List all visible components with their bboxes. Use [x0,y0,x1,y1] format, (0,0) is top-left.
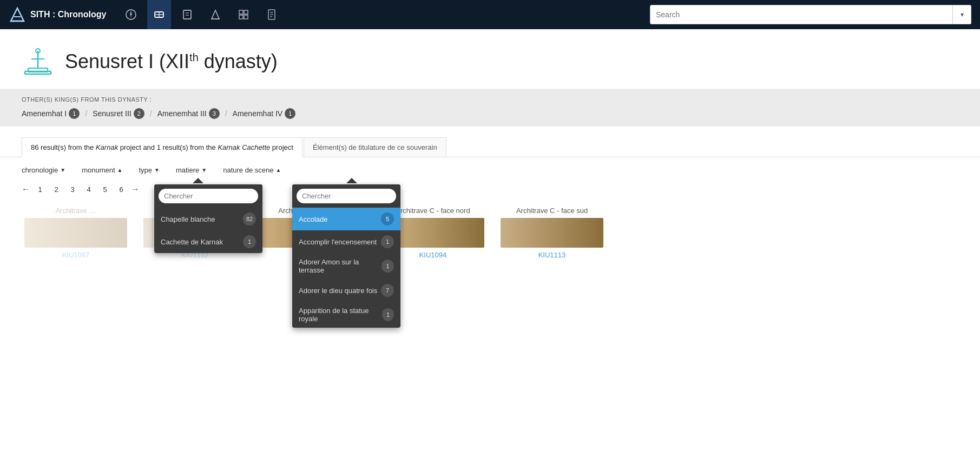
scene-item-adorer-amon[interactable]: Adorer Amon sur la terrasse 1 [292,253,400,279]
nav-compass-btn[interactable] [119,0,143,29]
page-5[interactable]: 5 [98,183,111,196]
type-item-chapelle-blanche[interactable]: Chapelle blanche 82 [154,208,262,230]
card-label: Architrave C - face nord [396,207,470,215]
filter-matiere[interactable]: matiere ▼ [176,164,207,176]
card-image [24,218,127,248]
type-item-label: Chapelle blanche [161,215,215,223]
king-badge: 1 [69,108,80,119]
results-tabs: 86 result(s) from the Karnak project and… [0,127,980,157]
nav-document-btn[interactable] [260,0,284,29]
scene-item-count: 1 [382,260,394,273]
page-6[interactable]: 6 [115,183,128,196]
filter-chronologie-label: chronologie [22,166,58,174]
type-item-label: Cachette de Karnak [161,238,223,246]
nav-monument-btn[interactable] [203,0,227,29]
svg-rect-15 [239,15,243,19]
type-item-cachette-de-karnak[interactable]: Cachette de Karnak 1 [154,230,262,253]
filter-monument-label: monument [82,166,115,174]
svg-rect-16 [244,15,248,19]
nav-grid-btn[interactable] [232,0,255,29]
logo-icon [9,6,26,23]
tab-main[interactable]: 86 result(s) from the Karnak project and… [22,137,302,157]
type-dropdown-arrow [193,178,203,183]
page-1[interactable]: 1 [34,183,47,196]
navbar: SITH : Chronology [0,0,980,29]
search-wrap: ▾ [650,5,971,24]
dynasty-sep-3: / [225,109,227,118]
scene-dropdown-search-wrap [292,184,400,208]
type-dropdown: Chapelle blanche 82 Cachette de Karnak 1 [154,184,262,253]
king-amenemhat-iv[interactable]: Amenemhat IV 1 [233,108,296,119]
card-link[interactable]: KIU1087 [62,251,90,259]
cards-row: Architrave … KIU1087 Architrave A - face… [0,201,980,264]
svg-marker-0 [11,8,24,21]
page-2[interactable]: 2 [50,183,63,196]
type-item-count: 1 [243,235,256,248]
filter-nature-de-scene-label: nature de scene [223,166,273,174]
scene-item-label: Apparition de la statue royale [299,307,382,323]
filter-monument-arrow: ▲ [117,167,123,173]
type-search-input[interactable] [159,189,258,203]
king-senusret-iii[interactable]: Senusret III 2 [93,108,144,119]
card-kiu1087: Architrave … KIU1087 [22,207,130,259]
dynasty-kings-list: Amenemhat I 1 / Senusret III 2 / Amenemh… [22,108,958,119]
card-link[interactable]: KIU1094 [419,251,447,259]
app-logo[interactable]: SITH : Chronology [9,6,106,23]
nav-timeline-btn[interactable] [147,0,171,29]
king-name: Amenemhat IV [233,109,283,118]
scene-item-count: 5 [381,213,394,225]
filter-nature-de-scene-arrow: ▲ [275,167,281,173]
dynasty-sep-1: / [85,109,87,118]
app-title: SITH : Chronology [30,10,106,19]
king-badge: 2 [134,108,144,119]
scene-item-label: Adorer Amon sur la terrasse [299,258,382,274]
filter-chronologie-arrow: ▼ [60,167,65,173]
page-3[interactable]: 3 [66,183,79,196]
scene-dropdown: Accolade 5 Accomplir l'encensement 1 Ado… [292,184,400,328]
svg-rect-14 [244,10,248,14]
king-amenemhat-i[interactable]: Amenemhat I 1 [22,108,80,119]
search-input[interactable] [650,5,953,24]
type-item-count: 82 [243,213,256,225]
svg-rect-9 [183,10,191,19]
king-badge: 1 [285,108,295,119]
scene-item-accomplir-encensement[interactable]: Accomplir l'encensement 1 [292,230,400,253]
search-dropdown-btn[interactable]: ▾ [953,5,971,24]
scene-item-apparition-statue[interactable]: Apparition de la statue royale 1 [292,302,400,328]
prev-page-arrow[interactable]: ← [22,184,30,194]
filter-type-label: type [139,166,152,174]
dynasty-bar: Other(s) King(s) from this dynasty : Ame… [0,89,980,127]
scene-item-count: 1 [382,308,394,321]
king-badge: 3 [209,108,220,119]
filter-chronologie[interactable]: chronologie ▼ [22,164,65,176]
filter-type-arrow: ▼ [154,167,160,173]
filter-nature-de-scene[interactable]: nature de scene ▲ [223,164,281,176]
filter-matiere-label: matiere [176,166,199,174]
king-amenemhat-iii[interactable]: Amenemhat III 3 [157,108,220,119]
page-content: Senusret I (XIIth dynasty) Other(s) King… [0,29,980,458]
scene-dropdown-arrow [346,178,357,183]
page-title: Senusret I (XIIth dynasty) [65,50,278,73]
tab-titulature[interactable]: Élément(s) de titulature de ce souverain [304,137,446,157]
card-label: Architrave … [55,207,96,215]
next-page-arrow[interactable]: → [131,184,140,194]
king-name: Amenemhat I [22,109,67,118]
filter-monument[interactable]: monument ▲ [82,164,122,176]
filter-row: chronologie ▼ monument ▲ type ▼ matiere … [0,157,980,183]
nav-book-btn[interactable] [175,0,199,29]
scene-item-adorer-dieu-quatre-fois[interactable]: Adorer le dieu quatre fois 7 [292,279,400,302]
pagination: ← 1 2 3 4 5 6 → [0,183,980,201]
scene-item-count: 7 [381,284,394,297]
filter-type[interactable]: type ▼ [139,164,159,176]
scene-search-input[interactable] [297,189,396,203]
scene-item-label: Adorer le dieu quatre fois [299,287,377,295]
card-link[interactable]: KIU1113 [538,251,566,259]
scene-item-accolade[interactable]: Accolade 5 [292,208,400,230]
scene-item-count: 1 [381,235,394,248]
page-4[interactable]: 4 [82,183,95,196]
svg-rect-13 [239,10,243,14]
filter-matiere-arrow: ▼ [201,167,207,173]
dynasty-label: Other(s) King(s) from this dynasty : [22,96,958,103]
type-dropdown-search-wrap [154,184,262,208]
king-name: Senusret III [93,109,131,118]
